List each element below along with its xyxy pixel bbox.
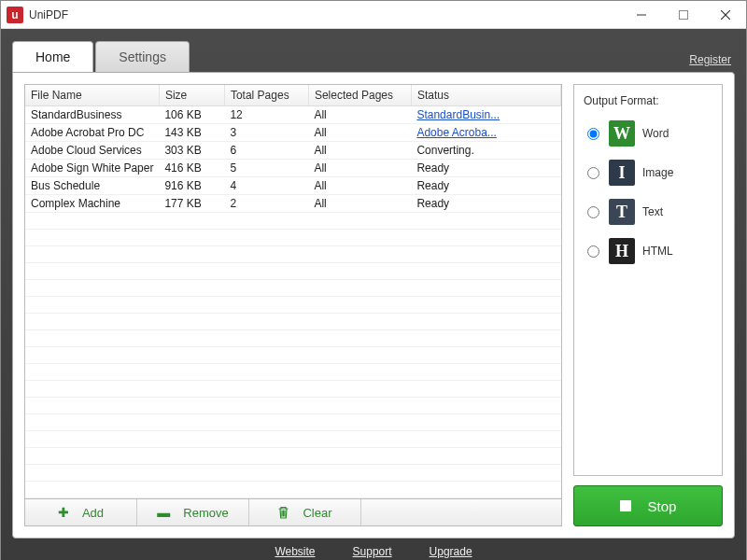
table-header-row: File Name Size Total Pages Selected Page… [25, 85, 561, 106]
status-link[interactable]: Adobe Acroba... [416, 126, 496, 139]
close-button[interactable] [704, 1, 746, 28]
cell-name: Adobe Sign White Paper [25, 160, 159, 177]
app-title: UniPDF [29, 8, 68, 21]
cell-size: 143 KB [159, 124, 224, 142]
clear-button[interactable]: Clear [249, 499, 361, 525]
format-option-text[interactable]: T Text [584, 199, 712, 225]
cell-name: Adobe Cloud Services [25, 142, 159, 160]
file-table-wrap: File Name Size Total Pages Selected Page… [24, 84, 562, 499]
toolbar-spacer [361, 499, 561, 525]
empty-row [25, 230, 561, 246]
cell-pages: 2 [224, 195, 308, 213]
cell-status: Ready [411, 160, 560, 177]
format-option-image[interactable]: I Image [584, 160, 712, 186]
radio-image[interactable] [587, 167, 599, 179]
cell-pages: 6 [224, 142, 308, 160]
format-option-html[interactable]: H HTML [584, 238, 712, 264]
stop-icon [620, 500, 631, 511]
col-filename[interactable]: File Name [25, 85, 159, 106]
cell-status[interactable]: Adobe Acroba... [411, 124, 560, 142]
table-row[interactable]: Bus Schedule916 KB4AllReady [25, 177, 561, 195]
toolbar: ✚ Add ▬ Remove Clear [24, 499, 562, 526]
content-panel: File Name Size Total Pages Selected Page… [12, 72, 735, 539]
radio-text[interactable] [587, 206, 599, 218]
table-row[interactable]: Adobe Acrobat Pro DC143 KB3AllAdobe Acro… [25, 124, 561, 142]
cell-selected: All [308, 177, 411, 195]
cell-status: Converting. [411, 142, 560, 160]
clear-label: Clear [303, 506, 331, 520]
table-row[interactable]: Adobe Cloud Services303 KB6AllConverting… [25, 142, 561, 160]
cell-pages: 5 [224, 160, 308, 177]
minus-icon: ▬ [157, 505, 170, 520]
empty-row [25, 398, 561, 414]
stop-label: Stop [648, 498, 677, 514]
add-button[interactable]: ✚ Add [25, 499, 137, 525]
word-label: Word [642, 127, 669, 140]
support-link[interactable]: Support [353, 545, 392, 558]
cell-pages: 4 [224, 177, 308, 195]
cell-status: Ready [411, 195, 560, 213]
empty-row [25, 314, 561, 330]
radio-word[interactable] [587, 128, 599, 140]
image-icon: I [609, 160, 635, 186]
col-status[interactable]: Status [411, 85, 560, 106]
remove-button[interactable]: ▬ Remove [137, 499, 249, 525]
html-icon: H [609, 238, 635, 264]
empty-row [25, 347, 561, 364]
format-option-word[interactable]: W Word [584, 120, 712, 147]
col-selected-pages[interactable]: Selected Pages [308, 85, 411, 106]
tab-settings[interactable]: Settings [95, 41, 190, 72]
cell-selected: All [308, 124, 411, 142]
cell-selected: All [308, 160, 411, 177]
cell-name: Complex Machine [25, 195, 159, 213]
svg-rect-1 [679, 10, 687, 19]
empty-row [25, 381, 561, 398]
empty-row [25, 297, 561, 314]
cell-size: 416 KB [159, 160, 224, 177]
cell-size: 177 KB [159, 195, 224, 213]
file-list-column: File Name Size Total Pages Selected Page… [24, 84, 562, 526]
cell-status: Ready [411, 177, 560, 195]
empty-row [25, 330, 561, 347]
minimize-button[interactable] [620, 1, 662, 28]
empty-row [25, 263, 561, 280]
plus-icon: ✚ [58, 505, 69, 520]
register-link[interactable]: Register [685, 48, 735, 72]
window: u UniPDF Home Settings Register File Nam… [0, 0, 747, 560]
empty-row [25, 414, 561, 431]
cell-pages: 12 [224, 106, 308, 124]
image-label: Image [642, 166, 673, 179]
col-size[interactable]: Size [159, 85, 224, 106]
radio-html[interactable] [587, 245, 599, 258]
table-row[interactable]: Adobe Sign White Paper416 KB5AllReady [25, 160, 561, 177]
trash-icon [277, 506, 289, 519]
cell-selected: All [308, 142, 411, 160]
cell-selected: All [308, 195, 411, 213]
empty-row [25, 431, 561, 448]
empty-row [25, 465, 561, 482]
output-format-box: Output Format: W Word I Image T Te [573, 84, 723, 476]
cell-name: Adobe Acrobat Pro DC [25, 124, 159, 142]
status-link[interactable]: StandardBusin... [416, 108, 500, 121]
main-chrome: Home Settings Register File Name Size To… [1, 29, 746, 560]
upgrade-link[interactable]: Upgrade [430, 545, 472, 558]
empty-row [25, 448, 561, 465]
tab-row: Home Settings Register [12, 40, 735, 72]
website-link[interactable]: Website [275, 545, 315, 558]
output-column: Output Format: W Word I Image T Te [573, 84, 723, 526]
file-table: File Name Size Total Pages Selected Page… [25, 85, 561, 498]
empty-row [25, 364, 561, 381]
empty-row [25, 280, 561, 297]
table-row[interactable]: StandardBusiness106 KB12AllStandardBusin… [25, 106, 561, 124]
table-row[interactable]: Complex Machine177 KB2AllReady [25, 195, 561, 213]
maximize-button[interactable] [662, 1, 704, 28]
cell-name: Bus Schedule [25, 177, 159, 195]
cell-status[interactable]: StandardBusin... [411, 106, 560, 124]
cell-name: StandardBusiness [25, 106, 159, 124]
col-total-pages[interactable]: Total Pages [224, 85, 308, 106]
word-icon: W [609, 120, 635, 147]
table-body: StandardBusiness106 KB12AllStandardBusin… [25, 106, 561, 498]
cell-size: 916 KB [159, 177, 224, 195]
stop-button[interactable]: Stop [573, 485, 723, 526]
tab-home[interactable]: Home [12, 41, 93, 72]
